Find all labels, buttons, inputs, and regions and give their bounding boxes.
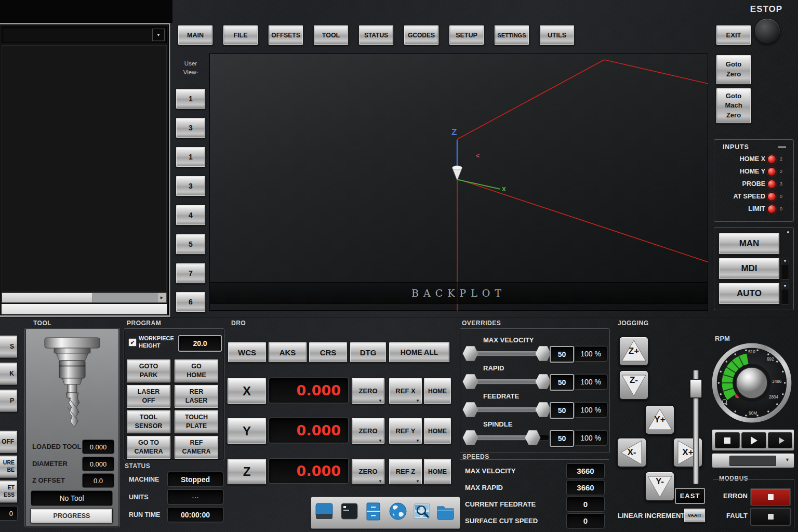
ref-y-button[interactable]: REF Y▼ <box>389 418 422 444</box>
ref-x-button[interactable]: REF X▼ <box>389 378 422 404</box>
user-view-button-8[interactable]: 6 <box>176 291 206 312</box>
spindle-override-value[interactable]: 50 <box>550 430 574 447</box>
jog-z-plus-button[interactable]: Z+ <box>619 336 649 366</box>
mode-auto-button[interactable]: AUTO <box>719 283 780 304</box>
edge-button-5[interactable]: URE BE <box>0 455 18 478</box>
jog-y-minus-button[interactable]: Y- <box>645 471 675 501</box>
feedrate-slider-handle[interactable] <box>535 402 551 418</box>
file-cabinet-icon[interactable] <box>364 502 383 523</box>
chevron-down-icon[interactable]: ▼ <box>781 258 789 264</box>
scrollbar-right-arrow-icon[interactable]: ▶ <box>157 293 166 302</box>
zero-y-button[interactable]: ZERO▼ <box>351 418 385 444</box>
collapse-dash-icon[interactable] <box>778 147 786 148</box>
chevron-down-icon[interactable]: ▼ <box>781 283 789 289</box>
terminal-icon[interactable] <box>340 502 359 523</box>
menu-offsets-button[interactable]: OFFSETS <box>268 25 303 45</box>
dro-crs-button[interactable]: CRS <box>309 342 348 363</box>
workpiece-height-checkbox[interactable]: ✔ <box>128 338 137 347</box>
jog-fast-button[interactable]: EAST <box>675 488 705 504</box>
touch-plate-button[interactable]: TOUCH PLATE <box>174 410 219 434</box>
rapid-slider-handle[interactable] <box>535 374 551 390</box>
estop-knob-button[interactable] <box>755 19 780 44</box>
menu-utils-button[interactable]: UTILS <box>539 25 575 45</box>
progress-button[interactable]: PROGRESS <box>31 508 113 523</box>
user-view-button-4[interactable]: 3 <box>176 176 206 196</box>
zero-z-button[interactable]: ZERO▼ <box>351 458 385 485</box>
goto-mach-zero-button[interactable]: Goto Mach Zero <box>716 88 751 124</box>
jog-z-minus-button[interactable]: Z- <box>619 370 649 400</box>
modbus-fault-indicator[interactable] <box>750 508 791 526</box>
jog-x-minus-button[interactable]: X- <box>617 437 647 468</box>
ref-z-button[interactable]: REF Z▼ <box>389 458 422 485</box>
home-x-button[interactable]: HOME <box>423 378 451 404</box>
gcode-view-combobox[interactable]: ▼ <box>2 26 167 43</box>
goto-zero-button[interactable]: Goto Zero <box>716 55 751 85</box>
axis-z-button[interactable]: Z <box>227 458 267 485</box>
user-view-button-5[interactable]: 4 <box>176 205 206 225</box>
goto-park-button[interactable]: GOTO PARK <box>126 359 171 383</box>
tool-sensor-button[interactable]: TOOL SENSOR <box>126 410 171 434</box>
feedrate-override-value[interactable]: 50 <box>550 402 574 419</box>
laser-off-button[interactable]: LASER OFF <box>126 384 171 408</box>
menu-settings-button[interactable]: SETTINGS <box>494 25 529 45</box>
spindle-stop-button[interactable] <box>715 432 740 448</box>
ref-camera-button[interactable]: REF CAMERA <box>174 435 219 459</box>
spindle-reverse-button[interactable] <box>768 432 792 448</box>
edge-button-2[interactable]: K <box>0 362 18 385</box>
axis-y-button[interactable]: Y <box>227 418 267 444</box>
spindle-speed-combobox[interactable]: ▼ <box>712 453 794 468</box>
modbus-error-indicator[interactable] <box>750 488 791 506</box>
auto-scrollbar[interactable]: ▼ <box>781 283 789 304</box>
rapid-override-value[interactable]: 50 <box>550 374 574 391</box>
dro-aks-button[interactable]: AKS <box>268 342 307 363</box>
backplot-view[interactable]: Z x < BACKPLOT <box>209 54 708 311</box>
user-view-button-7[interactable]: 7 <box>176 263 206 284</box>
dro-dtg-button[interactable]: DTG <box>350 342 387 363</box>
mode-mdi-button[interactable]: MDI <box>719 258 780 280</box>
current-feedrate-value: 0 <box>566 497 605 512</box>
exit-button[interactable]: EXIT <box>716 25 751 45</box>
user-view-button-2[interactable]: 3 <box>176 117 206 138</box>
user-view-button-6[interactable]: 5 <box>176 234 206 255</box>
menu-file-button[interactable]: FILE <box>223 25 258 45</box>
home-all-button[interactable]: HOME ALL <box>389 342 450 363</box>
menu-tool-button[interactable]: TOOL <box>313 25 349 45</box>
go-home-button[interactable]: GO HOME <box>174 359 219 383</box>
max-velocity-slider-handle[interactable] <box>535 345 551 362</box>
scrollbar-thumb[interactable] <box>2 293 93 302</box>
folder-icon[interactable] <box>436 502 457 523</box>
workpiece-height-value[interactable]: 20.0 <box>178 335 222 352</box>
horizontal-scrollbar[interactable]: ▶ <box>2 292 167 303</box>
user-view-button-3[interactable]: 1 <box>176 147 206 167</box>
menu-main-button[interactable]: MAIN <box>178 25 213 45</box>
edge-button-1[interactable]: S <box>0 335 18 358</box>
zero-x-button[interactable]: ZERO▼ <box>351 378 385 404</box>
gcode-list-area[interactable] <box>2 45 167 291</box>
mode-man-button[interactable]: MAN <box>719 233 780 255</box>
map-search-icon[interactable] <box>413 502 433 523</box>
user-view-button-1[interactable]: 1 <box>176 88 206 109</box>
dro-wcs-button[interactable]: WCS <box>228 342 267 363</box>
home-y-button[interactable]: HOME <box>423 418 451 444</box>
linear-increment-value-button[interactable]: VAAIT <box>684 508 706 523</box>
globe-icon[interactable] <box>388 502 409 523</box>
spindle-slider-handle[interactable] <box>525 430 541 446</box>
mdi-scrollbar[interactable]: ▼ <box>781 258 789 280</box>
chevron-down-icon[interactable]: ▼ <box>152 29 165 41</box>
gauge-knob[interactable] <box>736 367 767 398</box>
ref-laser-button[interactable]: RER LASER <box>174 384 219 408</box>
edge-button-6[interactable]: ET ESS <box>0 480 18 503</box>
home-z-button[interactable]: HOME <box>423 458 451 485</box>
max-velocity-override-value[interactable]: 50 <box>550 346 574 363</box>
edge-button-3[interactable]: P <box>0 389 18 412</box>
jog-y-plus-button[interactable]: Y+ <box>645 405 675 435</box>
menu-gcodes-button[interactable]: GCODES <box>404 25 439 45</box>
display-icon[interactable] <box>315 502 334 523</box>
jog-speed-slider-handle[interactable] <box>690 379 702 398</box>
go-to-camera-button[interactable]: GO TO CAMERA <box>126 435 171 459</box>
menu-setup-button[interactable]: SETUP <box>449 25 484 45</box>
spindle-forward-button[interactable] <box>741 432 766 448</box>
menu-status-button[interactable]: STATUS <box>358 25 394 45</box>
axis-x-button[interactable]: X <box>227 378 267 404</box>
edge-button-4[interactable]: OFF <box>0 430 18 453</box>
